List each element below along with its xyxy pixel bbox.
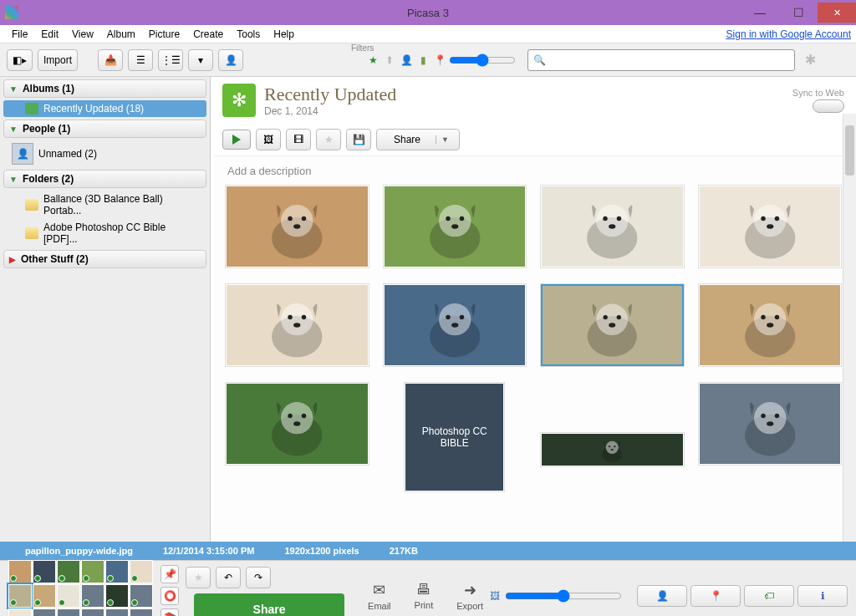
tray-thumbnail[interactable] xyxy=(81,560,104,583)
hold-button[interactable]: 📌 xyxy=(160,565,179,583)
tray-thumbnail[interactable] xyxy=(105,560,129,583)
statusbar: papillon_puppy-wide.jpg 12/1/2014 3:15:0… xyxy=(0,542,856,560)
movie-button[interactable]: 🎞 xyxy=(286,129,311,150)
sidebar-album-recently-updated[interactable]: Recently Updated (18) xyxy=(3,100,206,117)
scrollbar-thumb[interactable] xyxy=(845,125,854,176)
sidebar-people-unnamed[interactable]: 👤 Unnamed (2) xyxy=(3,140,206,167)
menu-view[interactable]: View xyxy=(65,27,100,42)
tree-view-button[interactable]: ⋮☰ xyxy=(158,49,183,71)
album-description[interactable]: Add a description xyxy=(226,161,841,186)
close-button[interactable] xyxy=(818,3,856,23)
thumbnail[interactable] xyxy=(699,383,842,465)
filter-face-icon[interactable]: 👤 xyxy=(399,53,414,68)
save-button[interactable]: 💾 xyxy=(346,129,371,150)
clear-button[interactable]: ⭕ xyxy=(160,587,179,605)
tray-thumbnail[interactable] xyxy=(57,560,80,583)
tray-thumbnail[interactable] xyxy=(130,608,153,617)
tray-thumbnail[interactable] xyxy=(8,584,32,608)
thumbnail[interactable] xyxy=(226,186,369,267)
tray-thumbnail[interactable] xyxy=(130,584,153,608)
thumbnail[interactable] xyxy=(226,284,369,366)
tray-thumbnail[interactable] xyxy=(57,584,80,608)
collage-button[interactable]: 🖼 xyxy=(256,129,281,150)
filter-star-icon[interactable]: ★ xyxy=(365,53,380,68)
thumbnail[interactable] xyxy=(384,284,527,366)
menu-album[interactable]: Album xyxy=(100,27,142,42)
sidebar-folder-ballance[interactable]: Ballance (3D Balance Ball) Portab... xyxy=(3,191,206,219)
menu-picture[interactable]: Picture xyxy=(142,27,186,42)
search-input[interactable] xyxy=(546,54,789,66)
filter-geo-icon[interactable]: 📍 xyxy=(432,53,447,68)
list-view-button[interactable]: ☰ xyxy=(128,49,153,71)
tray-thumbnail[interactable] xyxy=(130,560,153,583)
star-tray-button[interactable]: ★ xyxy=(186,567,211,588)
sidebar-folder-photoshop-bible[interactable]: Adobe Photoshop CC Bible [PDF]... xyxy=(3,219,206,247)
minimize-button[interactable]: — xyxy=(741,3,779,23)
picasa-app-icon xyxy=(5,6,18,19)
add-to-button[interactable]: 📚 xyxy=(160,608,179,617)
menu-tools[interactable]: Tools xyxy=(230,27,267,42)
import-button[interactable]: Import xyxy=(38,49,78,71)
export-button[interactable]: ➜Export xyxy=(456,581,483,611)
tray-thumbnail[interactable] xyxy=(8,560,32,583)
email-button[interactable]: ✉Email xyxy=(368,581,391,611)
thumbnail[interactable] xyxy=(226,383,369,465)
thumbnail[interactable] xyxy=(699,186,842,267)
sidebar-section-people[interactable]: ▼People (1) xyxy=(3,120,206,138)
thumbnail[interactable] xyxy=(541,433,684,466)
people-button[interactable]: 👤 xyxy=(218,49,243,71)
view-dropdown[interactable]: ▾ xyxy=(188,49,213,71)
sync-toggle[interactable] xyxy=(813,99,844,113)
rotate-right-button[interactable]: ↷ xyxy=(246,567,271,588)
signin-link[interactable]: Sign in with Google Account xyxy=(726,28,851,40)
tag-people-button[interactable]: 👤 xyxy=(637,585,687,607)
tray-thumbnail[interactable] xyxy=(81,584,104,608)
menu-create[interactable]: Create xyxy=(186,27,230,42)
thumbnail[interactable] xyxy=(541,186,684,267)
menu-edit[interactable]: Edit xyxy=(34,27,65,42)
menu-file[interactable]: File xyxy=(5,27,34,42)
svg-point-32 xyxy=(604,315,608,319)
thumbnail[interactable]: Photoshop CC BIBLE xyxy=(405,383,504,491)
filter-upload-icon[interactable]: ⬆ xyxy=(382,53,397,68)
svg-point-43 xyxy=(302,414,306,418)
tray-thumbnail[interactable] xyxy=(105,608,129,617)
filter-slider[interactable] xyxy=(449,53,516,67)
tray-thumbnail[interactable] xyxy=(33,608,56,617)
slideshow-button[interactable] xyxy=(222,130,251,150)
tag-label-button[interactable]: 🏷 xyxy=(744,585,794,607)
svg-point-13 xyxy=(617,216,621,221)
thumbnail[interactable] xyxy=(541,284,684,366)
svg-point-21 xyxy=(281,303,313,335)
maximize-button[interactable]: ☐ xyxy=(779,3,818,23)
tag-geo-button[interactable]: 📍 xyxy=(690,585,741,607)
tray-thumbnail[interactable] xyxy=(33,560,56,583)
tray-thumbnail[interactable] xyxy=(57,608,80,617)
add-folder-button[interactable]: 📥 xyxy=(98,49,123,71)
tray-thumbnail[interactable] xyxy=(105,584,129,608)
tray-thumbnail[interactable] xyxy=(8,608,32,617)
info-button[interactable]: ℹ xyxy=(797,585,848,607)
zoom-slider[interactable] xyxy=(505,589,622,603)
share-dropdown-button[interactable]: Share▼ xyxy=(376,129,460,150)
play-icon xyxy=(232,135,241,145)
star-button[interactable]: ★ xyxy=(316,129,341,150)
thumbnail[interactable] xyxy=(384,186,527,267)
collapse-icon: ▼ xyxy=(9,175,18,184)
thumbnail[interactable] xyxy=(699,284,842,366)
back-button[interactable]: ◧▸ xyxy=(7,49,33,71)
tray-thumbnail[interactable] xyxy=(81,608,104,617)
sidebar-section-albums[interactable]: ▼Albums (1) xyxy=(3,79,206,98)
big-share-button[interactable]: Share xyxy=(194,593,344,617)
print-button[interactable]: 🖶Print xyxy=(415,581,434,611)
sidebar: ▼Albums (1) Recently Updated (18) ▼Peopl… xyxy=(0,77,211,542)
svg-point-52 xyxy=(761,414,765,418)
rotate-left-button[interactable]: ↶ xyxy=(216,567,241,588)
tray-thumbnail[interactable] xyxy=(33,584,56,608)
search-box[interactable]: 🔍 xyxy=(527,49,795,71)
sidebar-section-other[interactable]: ▶Other Stuff (2) xyxy=(3,250,206,268)
sidebar-section-folders[interactable]: ▼Folders (2) xyxy=(3,170,206,188)
vertical-scrollbar[interactable] xyxy=(843,114,856,542)
menu-help[interactable]: Help xyxy=(267,27,301,42)
filter-movie-icon[interactable]: ▮ xyxy=(415,53,431,68)
